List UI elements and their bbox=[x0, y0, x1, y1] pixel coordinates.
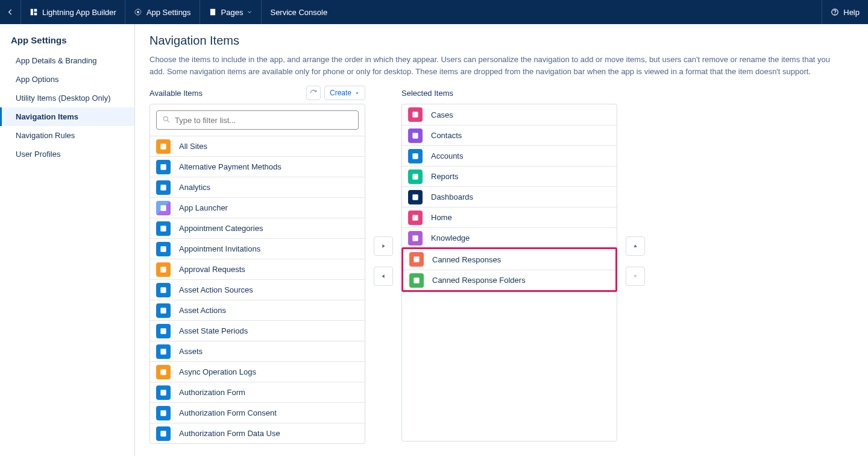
create-label: Create bbox=[330, 89, 351, 97]
page-description: Choose the items to include in the app, … bbox=[149, 54, 843, 77]
svg-rect-23 bbox=[412, 112, 418, 117]
item-label: All Sites bbox=[179, 142, 207, 151]
available-item[interactable]: Asset Actions bbox=[150, 300, 365, 320]
nav-app-builder-label: Lightning App Builder bbox=[42, 8, 116, 17]
selected-item[interactable]: Canned Response Folders bbox=[403, 270, 615, 290]
available-item[interactable]: Async Operation Logs bbox=[150, 361, 365, 382]
nav-console-label: Service Console bbox=[270, 8, 327, 17]
selected-item[interactable]: Knowledge bbox=[402, 227, 617, 248]
caret-down-icon bbox=[354, 90, 360, 96]
item-icon bbox=[156, 139, 171, 154]
item-icon bbox=[156, 160, 171, 174]
item-icon bbox=[156, 283, 171, 297]
sidebar-item-options[interactable]: App Options bbox=[0, 70, 134, 89]
chevron-down-icon bbox=[247, 9, 253, 15]
triangle-left-icon bbox=[380, 273, 386, 279]
item-icon bbox=[156, 426, 171, 441]
svg-rect-0 bbox=[31, 9, 33, 16]
back-button[interactable] bbox=[0, 0, 21, 24]
sidebar-item-utility[interactable]: Utility Items (Desktop Only) bbox=[0, 89, 134, 107]
svg-rect-18 bbox=[160, 349, 166, 354]
svg-rect-15 bbox=[160, 287, 166, 293]
item-label: Assets bbox=[179, 347, 203, 356]
available-item[interactable]: Approval Requests bbox=[150, 259, 365, 279]
svg-rect-26 bbox=[412, 174, 418, 179]
item-label: App Launcher bbox=[179, 203, 228, 212]
available-item[interactable]: Appointment Invitations bbox=[150, 238, 365, 259]
move-down-button[interactable] bbox=[626, 267, 645, 286]
item-icon bbox=[408, 231, 423, 245]
svg-rect-29 bbox=[412, 235, 418, 241]
item-icon bbox=[156, 385, 171, 400]
item-label: Async Operation Logs bbox=[179, 367, 256, 376]
sidebar-item-details[interactable]: App Details & Branding bbox=[0, 51, 134, 70]
available-item[interactable]: Asset Action Sources bbox=[150, 279, 365, 300]
nav-app-settings[interactable]: App Settings bbox=[125, 0, 200, 24]
item-icon bbox=[156, 221, 171, 236]
triangle-right-icon bbox=[380, 243, 386, 249]
item-icon bbox=[408, 211, 423, 225]
move-left-button[interactable] bbox=[374, 267, 393, 286]
available-item[interactable]: Analytics bbox=[150, 177, 365, 197]
dual-listbox: Available Items Create bbox=[149, 86, 854, 444]
selected-item[interactable]: Canned Responses bbox=[403, 249, 615, 270]
available-item[interactable]: Asset State Periods bbox=[150, 320, 365, 341]
item-icon bbox=[156, 180, 171, 195]
item-icon bbox=[156, 406, 171, 420]
nav-app-builder[interactable]: Lightning App Builder bbox=[21, 0, 125, 24]
svg-rect-30 bbox=[414, 256, 419, 262]
builder-icon bbox=[30, 8, 38, 16]
item-label: Dashboards bbox=[431, 192, 473, 201]
item-label: Canned Responses bbox=[432, 255, 501, 264]
svg-point-6 bbox=[835, 14, 835, 14]
filter-input[interactable] bbox=[156, 110, 359, 130]
sidebar-item-user-profiles[interactable]: User Profiles bbox=[0, 145, 134, 163]
selected-item[interactable]: Home bbox=[402, 207, 617, 227]
nav-pages[interactable]: Pages bbox=[200, 0, 262, 24]
available-item[interactable]: Authorization Form bbox=[150, 382, 365, 402]
available-item[interactable]: Assets bbox=[150, 341, 365, 361]
selected-item[interactable]: Dashboards bbox=[402, 186, 617, 207]
available-item[interactable]: App Launcher bbox=[150, 197, 365, 218]
selected-item[interactable]: Contacts bbox=[402, 125, 617, 145]
svg-rect-22 bbox=[160, 431, 166, 436]
available-item[interactable]: All Sites bbox=[150, 136, 365, 156]
available-item[interactable]: Alternative Payment Methods bbox=[150, 156, 365, 177]
svg-rect-8 bbox=[160, 144, 166, 149]
item-label: Accounts bbox=[431, 151, 463, 160]
nav-console[interactable]: Service Console bbox=[262, 0, 336, 24]
nav-app-settings-label: App Settings bbox=[146, 8, 191, 17]
item-label: Analytics bbox=[179, 183, 210, 192]
item-label: Appointment Invitations bbox=[179, 244, 260, 253]
svg-point-3 bbox=[137, 11, 139, 13]
available-panel: Available Items Create bbox=[149, 86, 365, 444]
refresh-button[interactable] bbox=[306, 86, 321, 100]
move-right-button[interactable] bbox=[374, 236, 393, 256]
svg-point-7 bbox=[163, 116, 168, 121]
arrow-left-icon bbox=[6, 8, 14, 16]
move-up-button[interactable] bbox=[626, 236, 645, 256]
selected-item[interactable]: Reports bbox=[402, 166, 617, 186]
sidebar-item-navigation-rules[interactable]: Navigation Rules bbox=[0, 126, 134, 145]
svg-rect-27 bbox=[412, 194, 418, 200]
item-label: Knowledge bbox=[431, 233, 470, 242]
item-label: Alternative Payment Methods bbox=[179, 162, 281, 171]
create-button[interactable]: Create bbox=[324, 86, 365, 100]
available-item[interactable]: Appointment Categories bbox=[150, 218, 365, 238]
selected-item[interactable]: Accounts bbox=[402, 145, 617, 166]
item-label: Canned Response Folders bbox=[432, 276, 526, 285]
help-button[interactable]: Help bbox=[822, 0, 868, 24]
svg-rect-1 bbox=[34, 9, 37, 12]
sidebar: App Settings App Details & Branding App … bbox=[0, 24, 135, 456]
item-icon bbox=[156, 303, 171, 318]
main-content: Navigation Items Choose the items to inc… bbox=[135, 24, 868, 456]
selected-item[interactable]: Cases bbox=[402, 104, 617, 125]
sidebar-item-navigation-items[interactable]: Navigation Items bbox=[0, 107, 134, 126]
sidebar-title: App Settings bbox=[0, 31, 134, 51]
available-item[interactable]: Authorization Form Consent bbox=[150, 402, 365, 423]
page-title: Navigation Items bbox=[149, 34, 854, 48]
available-list: All SitesAlternative Payment MethodsAnal… bbox=[150, 136, 365, 443]
svg-rect-14 bbox=[160, 267, 166, 272]
item-icon bbox=[156, 365, 171, 379]
available-item[interactable]: Authorization Form Data Use bbox=[150, 423, 365, 443]
